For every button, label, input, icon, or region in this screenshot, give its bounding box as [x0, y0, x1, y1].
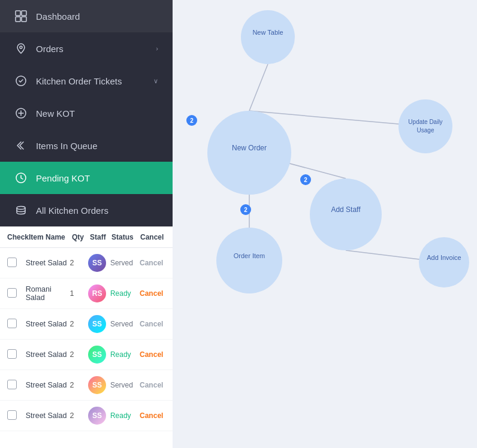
queue-icon [14, 139, 28, 152]
staff-avatar: SS [88, 254, 106, 272]
checkbox-6[interactable] [7, 410, 17, 420]
sidebar-item-dashboard[interactable]: Dashboard [0, 0, 173, 32]
row-cancel-button[interactable]: Cancel [140, 381, 165, 389]
all-kitchen-orders-label: All Kitchen Orders [36, 205, 158, 216]
table-row: Street Salad 2 SS Ready Cancel [0, 340, 173, 370]
row-checkbox[interactable] [7, 319, 26, 330]
row-checkbox[interactable] [7, 288, 26, 299]
checkbox-4[interactable] [7, 349, 17, 359]
svg-rect-25 [22, 11, 26, 16]
row-status: Served [110, 259, 140, 267]
svg-text:2: 2 [244, 207, 247, 213]
row-qty: 2 [70, 381, 88, 389]
orders-icon [14, 42, 28, 55]
svg-point-34 [17, 207, 25, 210]
new-kot-icon [14, 107, 28, 120]
pending-icon [14, 171, 28, 184]
kot-label: Kitchen Order Tickets [36, 76, 145, 86]
kot-chevron: ∨ [153, 77, 158, 85]
table-row: Street Salad 2 SS Served Cancel [0, 309, 173, 340]
sidebar-item-kot[interactable]: Kitchen Order Tickets ∨ [0, 65, 173, 97]
svg-rect-27 [22, 17, 26, 22]
sidebar-item-orders[interactable]: Orders › [0, 32, 173, 65]
svg-point-11 [310, 178, 382, 250]
svg-point-16 [419, 237, 469, 287]
orders-chevron: › [156, 45, 158, 52]
table-row: Street Salad 2 SS Ready Cancel [0, 401, 173, 431]
col-status: Status [111, 233, 140, 241]
row-qty: 2 [70, 320, 88, 328]
dashboard-icon [14, 10, 28, 23]
row-staff: SS [88, 315, 110, 333]
col-staff: Staff [90, 233, 111, 241]
svg-text:Add Staff: Add Staff [331, 205, 361, 214]
col-qty: Qty [72, 233, 90, 241]
row-checkbox[interactable] [7, 410, 26, 422]
row-qty: 2 [70, 411, 88, 420]
svg-text:Add Invoice: Add Invoice [427, 254, 461, 261]
dashboard-label: Dashboard [36, 11, 158, 22]
row-qty: 2 [70, 259, 88, 267]
kot-icon [14, 74, 28, 87]
staff-avatar: SS [88, 315, 106, 333]
pending-kot-label: Pending KOT [36, 173, 158, 183]
row-qty: 2 [70, 350, 88, 359]
staff-avatar: SS [88, 376, 106, 394]
row-cancel-button[interactable]: Cancel [140, 350, 165, 359]
row-item-name: Street Salad [26, 411, 70, 420]
new-kot-label: New KOT [36, 108, 158, 119]
sidebar-item-pending-kot[interactable]: Pending KOT [0, 162, 173, 194]
staff-avatar: SS [88, 407, 106, 425]
checkbox-1[interactable] [7, 258, 17, 267]
checkbox-5[interactable] [7, 380, 17, 389]
staff-avatar: RS [88, 284, 106, 302]
row-checkbox[interactable] [7, 258, 26, 269]
orders-label: Orders [36, 44, 147, 54]
row-cancel-button[interactable]: Cancel [140, 320, 165, 328]
table-body: Street Salad 2 SS Served Cancel Romani S… [0, 248, 173, 431]
row-status: Ready [110, 350, 140, 359]
table-row: Street Salad 2 SS Served Cancel [0, 248, 173, 279]
row-cancel-button[interactable]: Cancel [140, 259, 165, 267]
svg-text:2: 2 [304, 177, 307, 183]
row-staff: SS [88, 407, 110, 425]
svg-text:Order Item: Order Item [234, 252, 265, 259]
svg-rect-24 [16, 11, 20, 16]
row-cancel-button[interactable]: Cancel [140, 289, 165, 298]
svg-point-13 [398, 99, 452, 153]
row-checkbox[interactable] [7, 380, 26, 391]
row-staff: SS [88, 376, 110, 394]
row-staff: SS [88, 346, 110, 364]
col-check: Check [7, 233, 29, 241]
sidebar-item-new-kot[interactable]: New KOT [0, 97, 173, 129]
col-cancel: Cancel [140, 233, 165, 241]
svg-text:Update Daily: Update Daily [408, 119, 442, 125]
row-item-name: Romani Salad [26, 285, 70, 302]
row-status: Ready [110, 411, 140, 420]
svg-rect-26 [16, 17, 20, 22]
svg-point-9 [216, 228, 282, 293]
table-row: Street Salad 2 SS Served Cancel [0, 370, 173, 401]
checkbox-2[interactable] [7, 288, 17, 298]
sidebar-item-all-kitchen-orders[interactable]: All Kitchen Orders [0, 194, 173, 226]
svg-text:New Order: New Order [232, 144, 267, 152]
row-item-name: Street Salad [26, 381, 70, 389]
row-status: Ready [110, 289, 140, 298]
row-status: Served [110, 381, 140, 389]
svg-point-5 [241, 10, 295, 64]
row-cancel-button[interactable]: Cancel [140, 411, 165, 420]
sidebar: Dashboard Orders › Kitchen Order Tickets… [0, 0, 173, 448]
svg-point-28 [20, 46, 22, 49]
checkbox-3[interactable] [7, 319, 17, 328]
row-qty: 1 [70, 289, 88, 298]
svg-text:2: 2 [190, 117, 194, 124]
table-row: Romani Salad 1 RS Ready Cancel [0, 279, 173, 309]
sidebar-item-items-in-queue[interactable]: Items In Queue [0, 129, 173, 162]
svg-text:Usage: Usage [417, 127, 434, 134]
row-checkbox[interactable] [7, 349, 26, 361]
table-header: Check Item Name Qty Staff Status Cancel [0, 227, 173, 248]
row-item-name: Street Salad [26, 320, 70, 328]
row-staff: RS [88, 284, 110, 302]
order-table: Check Item Name Qty Staff Status Cancel … [0, 226, 173, 448]
items-in-queue-label: Items In Queue [36, 141, 158, 151]
